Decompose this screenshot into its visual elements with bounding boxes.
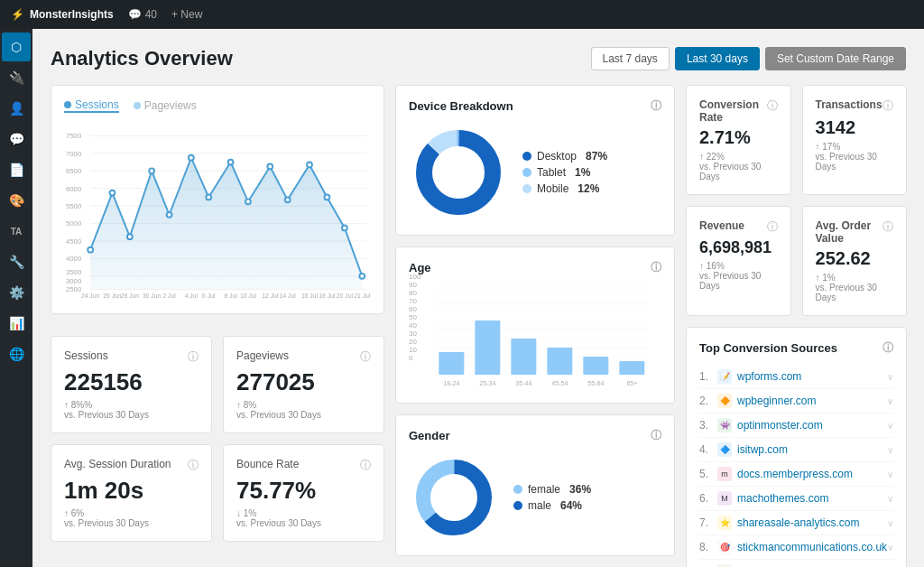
source-num: 2.: [699, 395, 717, 407]
svg-point-30: [245, 199, 251, 204]
gender-card: Gender ⓘ: [395, 414, 675, 556]
source-name: stickmancommunications.co.uk: [737, 541, 887, 553]
svg-point-80: [433, 477, 475, 518]
source-icon: M: [717, 491, 732, 506]
sidebar-icon-ta[interactable]: TA: [2, 217, 31, 246]
sidebar-icon-appearance[interactable]: 🎨: [2, 186, 31, 215]
svg-text:18 Jul: 18 Jul: [319, 293, 336, 299]
sources-list: 1. 📝 wpforms.com ∨ 2. 🔶 wpbeginner.com ∨…: [699, 365, 893, 567]
new-link[interactable]: + New: [171, 8, 202, 21]
date-range-buttons: Last 7 days Last 30 days Set Custom Date…: [591, 47, 907, 70]
app-wrapper: ⬡ 🔌 👤 💬 📄 🎨 TA 🔧 ⚙️ 📊 🌐 Analytics Overvi…: [0, 29, 924, 567]
desktop-legend: Desktop 87%: [522, 150, 607, 163]
custom-date-button[interactable]: Set Custom Date Range: [765, 47, 906, 70]
svg-text:45-54: 45-54: [552, 380, 568, 386]
sidebar-icon-plugins[interactable]: 🔌: [2, 63, 31, 92]
svg-text:4000: 4000: [66, 255, 82, 263]
gender-donut-chart: [409, 452, 499, 543]
conversion-rate-info[interactable]: ⓘ: [767, 98, 778, 124]
sidebar-icon-users[interactable]: 👤: [2, 94, 31, 123]
svg-text:18-24: 18-24: [444, 380, 460, 386]
revenue-info[interactable]: ⓘ: [767, 219, 778, 235]
tab-pageviews[interactable]: Pageviews: [134, 98, 197, 113]
last7-button[interactable]: Last 7 days: [591, 47, 670, 70]
sidebar-icon-home[interactable]: ⬡: [2, 33, 31, 61]
chevron-down-icon: ∨: [887, 469, 893, 479]
bounce-change: ↓ 1% vs. Previous 30 Days: [236, 508, 371, 528]
sidebar-icon-globe[interactable]: 🌐: [2, 339, 31, 368]
sidebar-icon-settings[interactable]: ⚙️: [2, 278, 31, 307]
svg-text:6000: 6000: [66, 185, 82, 193]
female-legend: female 36%: [513, 483, 591, 496]
svg-text:16 Jul: 16 Jul: [301, 293, 319, 299]
svg-text:8 Jul: 8 Jul: [224, 293, 237, 299]
avg-order-value: 252.62: [816, 248, 894, 269]
avg-session-info-icon[interactable]: ⓘ: [188, 458, 199, 473]
gender-info-icon[interactable]: ⓘ: [651, 428, 661, 443]
chevron-down-icon: ∨: [887, 421, 893, 431]
svg-point-35: [342, 226, 347, 231]
tablet-dot: [522, 168, 531, 177]
device-info-icon[interactable]: ⓘ: [651, 98, 661, 114]
conversion-rate-card: Conversion Rate ⓘ 2.71% ↑ 22% vs. Previo…: [686, 85, 791, 195]
mobile-dot: [522, 184, 531, 193]
pageviews-dot: [134, 102, 141, 109]
pageviews-info-icon[interactable]: ⓘ: [360, 349, 371, 365]
desktop-dot: [522, 152, 531, 161]
comments-link[interactable]: 💬 40: [128, 8, 157, 21]
age-y-axis: 0102030405060708090100: [409, 284, 420, 375]
source-item-6[interactable]: 6. M machothemes.com ∨: [699, 487, 893, 511]
last30-button[interactable]: Last 30 days: [675, 47, 760, 70]
source-item-1[interactable]: 1. 📝 wpforms.com ∨: [699, 365, 893, 389]
source-item-7[interactable]: 7. ⭐ shareasale-analytics.com ∨: [699, 511, 893, 535]
right-column: Conversion Rate ⓘ 2.71% ↑ 22% vs. Previo…: [686, 85, 907, 567]
svg-point-33: [307, 163, 312, 168]
middle-column: Device Breakdown ⓘ: [395, 85, 675, 567]
page-header: Analytics Overview Last 7 days Last 30 d…: [51, 47, 906, 70]
transactions-value: 3142: [816, 117, 894, 138]
sidebar-icon-comments[interactable]: 💬: [2, 125, 31, 153]
avg-order-info[interactable]: ⓘ: [882, 219, 893, 245]
sidebar: ⬡ 🔌 👤 💬 📄 🎨 TA 🔧 ⚙️ 📊 🌐: [0, 29, 32, 567]
sidebar-icon-pages[interactable]: 📄: [2, 155, 31, 184]
source-name: docs.memberpress.com: [737, 468, 887, 480]
conversion-rate-label: Conversion Rate ⓘ: [699, 98, 778, 124]
svg-rect-68: [512, 339, 537, 375]
logo: ⚡ MonsterInsights: [11, 8, 114, 21]
top-bar: ⚡ MonsterInsights 💬 40 + New: [0, 0, 924, 29]
source-item-3[interactable]: 3. 👾 optinmonster.com ∨: [699, 414, 893, 438]
source-item-9[interactable]: 9. 🌱 mindsuppliers.com ∨: [699, 560, 893, 567]
sessions-value: 225156: [64, 368, 199, 396]
age-info-icon[interactable]: ⓘ: [651, 260, 661, 275]
svg-point-34: [325, 195, 330, 200]
top-sources-info[interactable]: ⓘ: [882, 340, 893, 356]
svg-text:24 Jun: 24 Jun: [81, 293, 100, 299]
source-item-2[interactable]: 2. 🔶 wpbeginner.com ∨: [699, 389, 893, 414]
svg-text:2 Jul: 2 Jul: [162, 293, 176, 299]
svg-rect-69: [548, 348, 573, 375]
svg-text:4500: 4500: [66, 237, 82, 246]
source-icon: m: [717, 467, 732, 481]
source-item-5[interactable]: 5. m docs.memberpress.com ∨: [699, 462, 893, 487]
transactions-info[interactable]: ⓘ: [882, 98, 893, 114]
source-item-4[interactable]: 4. 🔷 isitwp.com ∨: [699, 438, 893, 462]
svg-text:26 Jun: 26 Jun: [103, 293, 122, 299]
sidebar-icon-tools[interactable]: 🔧: [2, 247, 31, 276]
male-legend: male 64%: [513, 499, 591, 512]
sidebar-icon-analytics[interactable]: 📊: [2, 309, 31, 338]
mobile-legend: Mobile 12%: [522, 182, 607, 195]
bounce-rate-stat: Bounce Rate ⓘ 75.77% ↓ 1% vs. Previous 3…: [223, 444, 384, 542]
svg-text:6 Jul: 6 Jul: [202, 293, 216, 299]
sessions-label: Sessions ⓘ: [64, 349, 199, 365]
tab-sessions[interactable]: Sessions: [64, 98, 119, 113]
svg-point-25: [149, 168, 154, 173]
bounce-info-icon[interactable]: ⓘ: [360, 458, 371, 473]
source-num: 8.: [699, 541, 717, 553]
sessions-stat: Sessions ⓘ 225156 ↑ 8%% vs. Previous 30 …: [51, 336, 212, 433]
transactions-change: ↑ 17% vs. Previous 30 Days: [816, 142, 894, 172]
source-icon: 📝: [717, 369, 732, 384]
svg-text:30 Jun: 30 Jun: [143, 293, 162, 299]
sessions-info-icon[interactable]: ⓘ: [188, 349, 199, 365]
source-item-8[interactable]: 8. 🎯 stickmancommunications.co.uk ∨: [699, 535, 893, 560]
svg-text:6500: 6500: [66, 167, 82, 175]
